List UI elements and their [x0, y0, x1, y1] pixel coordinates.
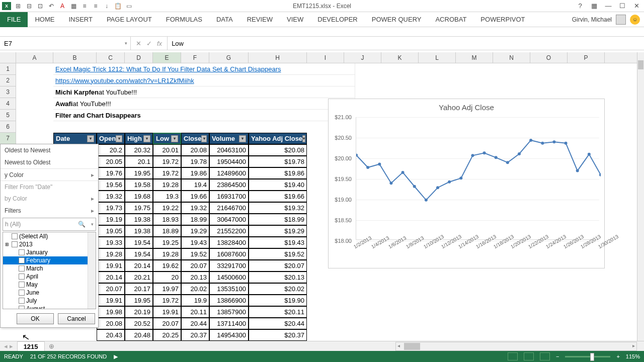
- cell[interactable]: 23864500: [209, 179, 249, 191]
- sort-oldest[interactable]: Oldest to Newest: [1, 144, 98, 156]
- column-header[interactable]: E: [153, 52, 181, 63]
- column-header[interactable]: M: [456, 52, 493, 63]
- filter-button[interactable]: ▾: [143, 135, 150, 142]
- cell[interactable]: 19.72: [153, 295, 181, 306]
- merge-icon[interactable]: ▭: [125, 2, 133, 10]
- ribbon-tab-powerpivot[interactable]: POWERPIVOT: [473, 12, 532, 27]
- column-header[interactable]: P: [568, 52, 605, 63]
- cell[interactable]: 19.95: [125, 167, 153, 179]
- column-header[interactable]: O: [530, 52, 568, 63]
- ribbon-tab-page-layout[interactable]: PAGE LAYOUT: [100, 12, 159, 27]
- cell[interactable]: $20.37: [249, 329, 307, 341]
- increase-indent-icon[interactable]: ≡: [92, 2, 100, 10]
- cell[interactable]: Volume▾: [209, 133, 249, 144]
- cell[interactable]: Awafi at YouTube!!!: [53, 98, 355, 110]
- ribbon-tab-view[interactable]: VIEW: [280, 12, 310, 27]
- filter-tree-item[interactable]: June: [3, 289, 96, 297]
- cell[interactable]: 19.25: [153, 237, 181, 248]
- cell[interactable]: 19.29: [181, 225, 209, 237]
- cell[interactable]: 12489600: [209, 167, 249, 179]
- cell[interactable]: Michi Karpfen at YouTube!!!: [53, 86, 355, 98]
- ribbon-tab-developer[interactable]: DEVELOPER: [310, 12, 364, 27]
- cell[interactable]: $19.66: [249, 191, 307, 202]
- cell[interactable]: Filter and Chart Disappears: [53, 110, 355, 121]
- cell[interactable]: 21552200: [209, 225, 249, 237]
- cell[interactable]: Low▾: [153, 133, 181, 144]
- undo-icon[interactable]: ↶: [47, 2, 55, 10]
- horizontal-scrollbar[interactable]: ◂ ▸: [395, 342, 637, 351]
- column-header[interactable]: F: [181, 52, 209, 63]
- cell[interactable]: $19.43: [249, 237, 307, 248]
- cell[interactable]: 19.28: [153, 179, 181, 191]
- row-header[interactable]: 1: [0, 63, 16, 75]
- cell[interactable]: $19.90: [249, 295, 307, 306]
- filter-tree-item[interactable]: ✓February: [3, 256, 96, 264]
- cell[interactable]: 20463100: [209, 144, 249, 156]
- cell[interactable]: 19.43: [181, 237, 209, 248]
- row-header[interactable]: 6: [0, 121, 16, 133]
- cell[interactable]: 13535100: [209, 283, 249, 295]
- ribbon-tab-file[interactable]: FILE: [0, 12, 28, 27]
- close-icon[interactable]: ✕: [632, 2, 641, 10]
- cell[interactable]: 14954300: [209, 329, 249, 341]
- filter-tree-item[interactable]: March: [3, 264, 96, 273]
- cell[interactable]: 21646700: [209, 202, 249, 214]
- cell[interactable]: 20.43: [97, 329, 125, 341]
- cell[interactable]: 18.93: [153, 214, 181, 225]
- cell[interactable]: 20.08: [181, 144, 209, 156]
- cell[interactable]: Open▾: [97, 133, 125, 144]
- cell[interactable]: 19.95: [125, 295, 153, 306]
- cell[interactable]: 14500600: [209, 272, 249, 283]
- border-icon[interactable]: ▦: [69, 2, 77, 10]
- ribbon-tab-formulas[interactable]: FORMULAS: [159, 12, 209, 27]
- cell[interactable]: 19.32: [181, 202, 209, 214]
- cell[interactable]: $19.40: [249, 179, 307, 191]
- cell[interactable]: 19.9: [181, 295, 209, 306]
- row-header[interactable]: 7: [0, 133, 16, 144]
- cell[interactable]: 19.91: [97, 295, 125, 306]
- cell[interactable]: 19.86: [181, 167, 209, 179]
- cell[interactable]: 19.4: [181, 179, 209, 191]
- cell[interactable]: $20.13: [249, 272, 307, 283]
- cell[interactable]: 20.21: [125, 272, 153, 283]
- cell[interactable]: 20.08: [97, 318, 125, 329]
- column-header[interactable]: I: [307, 52, 344, 63]
- filter-tree[interactable]: (Select All)⊞2013January✓FebruaryMarchAp…: [3, 232, 96, 309]
- cell[interactable]: 20.02: [181, 283, 209, 295]
- cell[interactable]: $19.52: [249, 248, 307, 260]
- view-break-icon[interactable]: [540, 352, 550, 360]
- ribbon-tab-data[interactable]: DATA: [209, 12, 240, 27]
- zoom-out-icon[interactable]: −: [556, 353, 559, 359]
- filter-tree-item[interactable]: ⊞2013: [3, 240, 96, 248]
- row-header[interactable]: 3: [0, 86, 16, 98]
- filter-button[interactable]: ▾: [302, 135, 305, 142]
- cell[interactable]: 20.52: [125, 318, 153, 329]
- filter-tree-item[interactable]: July: [3, 297, 96, 305]
- cell[interactable]: 19.38: [125, 214, 153, 225]
- decrease-indent-icon[interactable]: ≡: [80, 2, 89, 10]
- clear-filter[interactable]: Filter From "Date": [1, 180, 98, 193]
- select-all-triangle[interactable]: [0, 52, 16, 63]
- cell[interactable]: Excel Magic Trick 1212: What To Do If Yo…: [53, 63, 355, 75]
- column-header[interactable]: B: [53, 52, 97, 63]
- column-header[interactable]: J: [344, 52, 381, 63]
- filter-search-input[interactable]: h (All) 🔍 ▾: [3, 218, 96, 231]
- cell[interactable]: 13711400: [209, 318, 249, 329]
- cell[interactable]: https://www.youtube.com/watch?v=LR1ZkfMi…: [53, 75, 355, 86]
- cell[interactable]: $20.02: [249, 283, 307, 295]
- column-header[interactable]: N: [493, 52, 530, 63]
- cell[interactable]: 20.2: [97, 144, 125, 156]
- ribbon-tab-insert[interactable]: INSERT: [61, 12, 99, 27]
- column-header[interactable]: C: [97, 52, 125, 63]
- cell[interactable]: 19.33: [97, 237, 125, 248]
- filter-tree-item[interactable]: April: [3, 273, 96, 281]
- column-header[interactable]: L: [419, 52, 456, 63]
- view-layout-icon[interactable]: [524, 352, 534, 360]
- qat-icon[interactable]: ⊟: [25, 2, 33, 10]
- filter-tree-item[interactable]: August: [3, 305, 96, 309]
- filter-button[interactable]: ▾: [171, 135, 178, 142]
- help-icon[interactable]: ?: [576, 2, 585, 10]
- cell[interactable]: 20.01: [153, 144, 181, 156]
- cell[interactable]: 20.14: [125, 260, 153, 272]
- ribbon-tab-acrobat[interactable]: ACROBAT: [428, 12, 473, 27]
